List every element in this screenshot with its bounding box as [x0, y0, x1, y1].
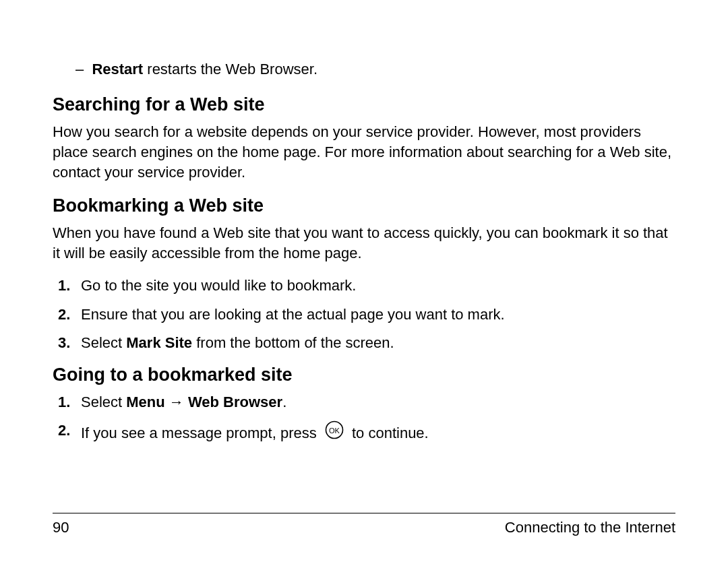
step-pre: Select: [81, 394, 126, 410]
step-1-goto-site: 1. Go to the site you would like to book…: [53, 276, 675, 296]
body-searching: How you search for a website depends on …: [53, 122, 675, 183]
heading-bookmarking: Bookmarking a Web site: [53, 195, 675, 216]
step-post: from the bottom of the screen.: [192, 334, 394, 351]
step-number: 1.: [58, 276, 70, 296]
step-text: Ensure that you are looking at the actua…: [81, 306, 505, 323]
ok-button-icon: OK: [325, 420, 344, 445]
chapter-title: Connecting to the Internet: [505, 519, 675, 536]
step-post: to continue.: [352, 425, 429, 441]
step-1-select-menu: 1. Select Menu → Web Browser.: [53, 392, 675, 412]
step-number: 3.: [58, 333, 70, 353]
heading-going-to-bookmarked: Going to a bookmarked site: [53, 365, 675, 385]
body-bookmarking: When you have found a Web site that you …: [53, 223, 675, 264]
web-browser-label: Web Browser: [188, 394, 282, 410]
step-post: .: [282, 394, 286, 410]
step-number: 2.: [58, 305, 70, 325]
menu-label: Menu: [126, 394, 164, 410]
heading-searching: Searching for a Web site: [53, 94, 675, 115]
step-pre: Select: [81, 334, 126, 351]
mark-site-label: Mark Site: [126, 334, 192, 351]
document-page: – Restart restarts the Web Browser. Sear…: [0, 0, 728, 562]
page-footer: 90 Connecting to the Internet: [53, 513, 675, 536]
step-text: Go to the site you would like to bookmar…: [81, 277, 356, 294]
restart-text: restarts the Web Browser.: [143, 61, 317, 77]
bookmarking-steps: 1. Go to the site you would like to book…: [53, 276, 675, 353]
step-pre: If you see a message prompt, press: [81, 425, 321, 441]
restart-bullet: – Restart restarts the Web Browser.: [75, 59, 675, 80]
step-3-mark-site: 3. Select Mark Site from the bottom of t…: [53, 333, 675, 353]
step-number: 1.: [58, 392, 70, 412]
going-steps: 1. Select Menu → Web Browser. 2. If you …: [53, 392, 675, 448]
footer-rule: [53, 513, 675, 513]
page-number: 90: [53, 519, 69, 536]
step-2-ensure-page: 2. Ensure that you are looking at the ac…: [53, 305, 675, 325]
restart-label: Restart: [92, 61, 143, 77]
arrow: →: [165, 394, 188, 410]
svg-text:OK: OK: [329, 426, 340, 434]
step-number: 2.: [58, 420, 70, 441]
dash: –: [75, 59, 84, 80]
step-2-press-ok: 2. If you see a message prompt, press OK…: [53, 420, 675, 447]
